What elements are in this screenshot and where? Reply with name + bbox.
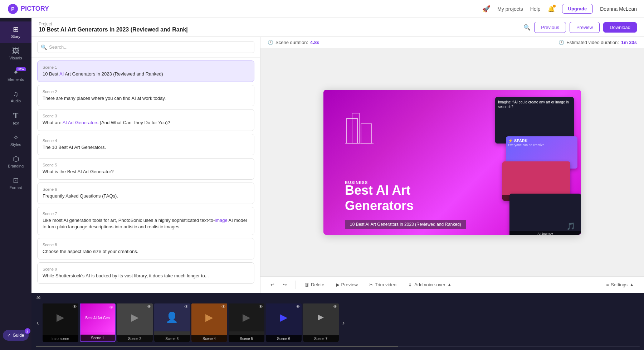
scrollbar-wrap bbox=[31, 344, 644, 350]
project-label: Project bbox=[39, 21, 188, 26]
settings-button[interactable]: ≡ Settings ▲ bbox=[604, 280, 637, 289]
text-icon: T bbox=[13, 112, 19, 120]
redo-button[interactable]: ↪ bbox=[280, 280, 290, 289]
scene-duration-info: 🕐 Scene duration: 4.8s bbox=[268, 40, 319, 45]
scissors-icon: ✂ bbox=[369, 282, 373, 287]
sidebar-item-text[interactable]: T Text bbox=[0, 107, 31, 130]
nav-help[interactable]: Help bbox=[530, 6, 541, 12]
timeline-prev-arrow[interactable]: ‹ bbox=[34, 319, 41, 327]
screen1-text: Imagine if AI could create any art or im… bbox=[495, 97, 574, 112]
trim-video-button[interactable]: ✂ Trim video bbox=[366, 280, 399, 289]
thumb-scene4-label: Scene 4 bbox=[191, 335, 227, 342]
scene-card-9[interactable]: Scene 9 While Shutterstock's AI is backe… bbox=[37, 262, 254, 284]
undo-button[interactable]: ↩ bbox=[268, 280, 277, 289]
svg-text:P: P bbox=[11, 6, 14, 12]
header-search-button[interactable]: 🔍 bbox=[523, 24, 531, 31]
preview-canvas: BUSINESS Best AI Art Generators 10 Best … bbox=[323, 90, 581, 235]
timeline-thumb-scene2[interactable]: ▶ Scene 2 👁 bbox=[117, 303, 153, 342]
guide-check-icon: ✓ bbox=[7, 333, 11, 338]
timeline-thumb-scene5[interactable]: ▶ Scene 5 👁 bbox=[229, 303, 264, 342]
timeline-thumb-scene1[interactable]: Best AI Art Gen Scene 1 👁 bbox=[80, 303, 116, 342]
clock-icon-2: 🕐 bbox=[558, 40, 564, 45]
timeline-thumb-intro[interactable]: ▶ Intro scene 👁 bbox=[43, 303, 78, 342]
project-header: Project 10 Best AI Art Generators in 202… bbox=[31, 18, 644, 37]
branding-icon: ⬡ bbox=[13, 155, 19, 162]
clock-icon: 🕐 bbox=[268, 40, 273, 45]
timeline-thumb-scene4[interactable]: ▶ Scene 4 👁 bbox=[191, 303, 227, 342]
preview-panel: 🕐 Scene duration: 4.8s 🕐 Estimated video… bbox=[260, 37, 644, 293]
guide-label: Guide bbox=[13, 333, 24, 338]
nav-bell[interactable]: 🔔 bbox=[548, 5, 555, 12]
sidebar-label-story: Story bbox=[11, 34, 20, 39]
timeline-scrollbar-track[interactable] bbox=[36, 346, 640, 347]
app-logo[interactable]: P PICTORY bbox=[7, 3, 49, 15]
sidebar-label-text: Text bbox=[12, 121, 19, 125]
user-name: Deanna McLean bbox=[600, 6, 637, 12]
sidebar-item-story[interactable]: ⊞ Story bbox=[0, 21, 31, 43]
canvas-title-line1: Best AI Art bbox=[345, 183, 410, 198]
timeline-scroll[interactable]: ‹ ▶ Intro scene 👁 Best AI Art Gen Scene … bbox=[31, 303, 644, 344]
nav-icon-rocket[interactable]: 🚀 bbox=[482, 5, 490, 13]
thumb-scene3-label: Scene 3 bbox=[154, 335, 190, 342]
search-input[interactable] bbox=[37, 41, 254, 53]
scene-text-7: Like most AI generation tools for art, P… bbox=[43, 217, 249, 230]
guide-button[interactable]: ✓ Guide 2 bbox=[3, 330, 28, 341]
timeline-header: 👁 bbox=[31, 293, 644, 303]
scene-text-1: 10 Best AI Art Generators in 2023 (Revie… bbox=[43, 71, 249, 77]
preview-info-bar: 🕐 Scene duration: 4.8s 🕐 Estimated video… bbox=[260, 37, 644, 48]
canvas-title: Best AI Art Generators bbox=[345, 183, 414, 213]
sidebar-label-branding: Branding bbox=[8, 164, 24, 168]
sidebar-item-elements[interactable]: NEW ✦ Elements bbox=[0, 64, 31, 86]
scene-card-5[interactable]: Scene 5 What is the Best AI Art Generato… bbox=[37, 158, 254, 180]
timeline-next-arrow[interactable]: › bbox=[340, 319, 347, 327]
guide-badge: 2 bbox=[25, 328, 30, 334]
upgrade-button[interactable]: Upgrade bbox=[562, 4, 593, 14]
timeline-thumb-scene6[interactable]: ▶ Scene 6 👁 bbox=[266, 303, 302, 342]
download-button[interactable]: Download bbox=[603, 22, 637, 33]
nav-links: 🚀 My projects Help 🔔 Upgrade Deanna McLe… bbox=[482, 4, 637, 14]
styles-icon: ✧ bbox=[13, 134, 19, 141]
sidebar: ⊞ Story 🖼 Visuals NEW ✦ Elements ♫ Audio… bbox=[0, 18, 31, 350]
scene-card-6[interactable]: Scene 6 Frequently Asked Questions (FAQs… bbox=[37, 183, 254, 204]
scene-duration-label: Scene duration: bbox=[275, 40, 308, 45]
sidebar-item-visuals[interactable]: 🖼 Visuals bbox=[0, 43, 31, 64]
scene-duration-value: 4.8s bbox=[310, 40, 319, 45]
sidebar-item-format[interactable]: ⊡ Format bbox=[0, 172, 31, 194]
spark-sub: Everyone can be creative bbox=[508, 143, 575, 147]
scene-card-2[interactable]: Scene 2 There are many places where you … bbox=[37, 85, 254, 106]
scene-number-5: Scene 5 bbox=[43, 163, 249, 167]
thumb-scene5-eye: 👁 bbox=[259, 304, 263, 309]
thumb-scene3-eye: 👁 bbox=[184, 304, 189, 309]
sidebar-item-audio[interactable]: ♫ Audio bbox=[0, 86, 31, 107]
timeline-thumb-scene3[interactable]: 👤 Scene 3 👁 bbox=[154, 303, 190, 342]
scene-text-8: Choose the aspect ratio size of your cre… bbox=[43, 248, 249, 255]
delete-button[interactable]: 🗑 Delete bbox=[302, 280, 327, 289]
scene-card-4[interactable]: Scene 4 The 10 Best AI Art Generators. bbox=[37, 134, 254, 155]
scene-card-1[interactable]: Scene 1 10 Best AI Art Generators in 202… bbox=[37, 60, 254, 82]
search-magnifier-icon: 🔍 bbox=[41, 44, 47, 50]
svg-rect-4 bbox=[352, 113, 359, 144]
format-icon: ⊡ bbox=[13, 177, 19, 184]
scenes-panel: 🔍 Scene 1 10 Best AI Art Generators in 2… bbox=[31, 37, 260, 293]
toolbar-divider-1 bbox=[296, 281, 296, 289]
scene-card-8[interactable]: Scene 8 Choose the aspect ratio size of … bbox=[37, 238, 254, 259]
nav-my-projects[interactable]: My projects bbox=[497, 6, 523, 12]
canvas-subtitle-bar: 10 Best AI Art Generators in 2023 (Revie… bbox=[345, 220, 466, 229]
scene-card-7[interactable]: Scene 7 Like most AI generation tools fo… bbox=[37, 207, 254, 235]
sidebar-item-styles[interactable]: ✧ Styles bbox=[0, 130, 31, 151]
preview-button[interactable]: Preview bbox=[570, 22, 600, 33]
building-icon bbox=[345, 111, 374, 148]
previous-button[interactable]: Previous bbox=[534, 22, 566, 33]
scenes-list: Scene 1 10 Best AI Art Generators in 202… bbox=[31, 58, 260, 293]
top-nav: P PICTORY 🚀 My projects Help 🔔 Upgrade D… bbox=[0, 0, 644, 18]
add-voiceover-button[interactable]: 🎙 Add voice-over ▲ bbox=[405, 280, 455, 289]
thumb-scene2-label: Scene 2 bbox=[117, 335, 153, 342]
new-badge: NEW bbox=[16, 67, 26, 71]
sidebar-item-branding[interactable]: ⬡ Branding bbox=[0, 151, 31, 172]
toolbar-preview-button[interactable]: ▶ Preview bbox=[333, 280, 361, 289]
timeline-eye-icon[interactable]: 👁 bbox=[36, 295, 42, 301]
timeline-thumb-scene7[interactable]: ▶ Scene 7 👁 bbox=[303, 303, 339, 342]
scene-card-3[interactable]: Scene 3 What are AI Art Generators (And … bbox=[37, 109, 254, 131]
settings-chevron-icon: ▲ bbox=[629, 282, 634, 287]
undo-redo-group: ↩ ↪ bbox=[268, 280, 290, 289]
